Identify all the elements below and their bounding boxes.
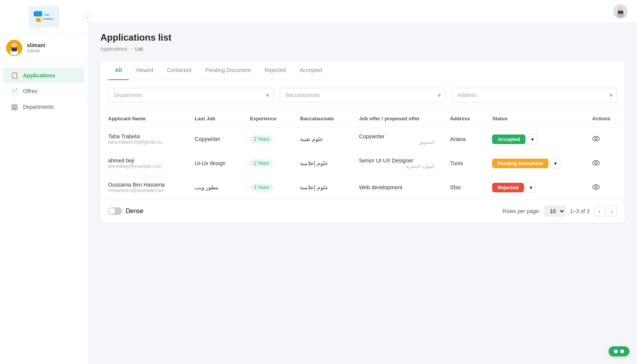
job-offer-sub-2: الموارد البشرية [359, 164, 435, 169]
applicant-name-2: ahmed beji [108, 157, 179, 164]
cell-lastjob-3: مطور ويب [187, 175, 242, 200]
svg-point-9 [12, 43, 16, 48]
pagination-info: 1–3 of 3 [570, 208, 589, 214]
applicant-email-3: mohamed.s@example.com [108, 188, 179, 193]
status-button-1[interactable]: Accepted [492, 134, 525, 144]
view-button-3[interactable] [592, 184, 600, 192]
tab-pending-document[interactable]: Pending Document [198, 61, 258, 80]
dense-toggle-switch[interactable] [108, 207, 122, 215]
status-button-2[interactable]: Pending Document [492, 159, 548, 168]
job-offer-main-1: Copywriter [359, 133, 435, 139]
cell-exp-2: 2 Years [242, 151, 292, 175]
avatar [6, 40, 22, 56]
tab-all[interactable]: All [108, 61, 129, 80]
status-dropdown-3[interactable]: ▾ [526, 182, 536, 193]
sidebar-item-departments[interactable]: 🏢 Departments [3, 99, 85, 114]
address-filter-wrap: Address [451, 88, 617, 102]
breadcrumb-separator: • [130, 46, 132, 52]
rows-per-page-label: Rows per page: [502, 208, 540, 214]
offres-icon: 📄 [11, 87, 18, 95]
svg-point-20 [595, 162, 597, 164]
user-info: slimani Admin [27, 42, 45, 54]
chat-bubble[interactable] [609, 346, 629, 356]
department-filter-wrap: Department [108, 88, 274, 102]
page-title: Applications list [100, 32, 625, 43]
applicant-name-1: Taha Trabelsi [108, 133, 179, 139]
tab-accepted[interactable]: Accepted [293, 61, 329, 80]
cell-joboffer-1: Copywriter التسويق [351, 127, 442, 151]
status-wrap-2: Pending Document ▾ [492, 158, 577, 169]
chat-dot-1 [614, 349, 618, 353]
svg-text:Taki: Taki [44, 13, 49, 16]
sidebar-toggle-button[interactable]: ‹ [84, 13, 92, 22]
rows-per-page-select[interactable]: 10 25 50 [545, 206, 565, 216]
cell-applicant-2: ahmed beji ahmedbeji@example.com [100, 151, 187, 175]
user-name: slimani [27, 42, 45, 48]
cell-bac-2: علوم إعلامية [292, 151, 351, 175]
address-filter[interactable]: Address [451, 88, 617, 102]
table-footer: Dense Rows per page: 10 25 50 1–3 of 3 ‹… [100, 199, 625, 223]
status-wrap-1: Accepted ▾ [492, 134, 577, 144]
table-header: Applicant Name Last Job Experience Bacca… [100, 110, 625, 127]
cell-status-3: Rejected ▾ [484, 175, 584, 200]
sidebar-item-departments-label: Departments [23, 104, 54, 110]
svg-rect-1 [34, 11, 42, 16]
status-button-3[interactable]: Rejected [492, 183, 524, 192]
tab-viewed[interactable]: Viewed [129, 61, 160, 80]
next-page-button[interactable]: › [606, 206, 617, 216]
bac-text-1: علوم تقنية [300, 136, 323, 142]
chat-dot-2 [620, 349, 624, 353]
status-dropdown-2[interactable]: ▾ [551, 158, 560, 169]
cell-joboffer-3: Web development [351, 175, 442, 200]
svg-point-21 [593, 185, 599, 189]
sidebar-item-offres[interactable]: 📄 Offres [3, 84, 85, 98]
sidebar-item-applications-label: Applications [23, 72, 55, 79]
topbar [88, 0, 637, 23]
table-row: Oussama Ben Hassena mohamed.s@example.co… [100, 175, 625, 200]
sidebar: Taki Academy slimani Admin 📋 Application… [0, 0, 88, 364]
filters-row: Department Baccalaureate Address [100, 80, 625, 110]
applicant-name-3: Oussama Ben Hassena [108, 182, 179, 188]
page-content: Applications list Applications • List Al… [88, 23, 637, 232]
cell-exp-3: 3 Years [242, 175, 292, 200]
breadcrumb-current: List [135, 46, 143, 52]
view-button-2[interactable] [592, 159, 600, 167]
status-dropdown-1[interactable]: ▾ [528, 134, 537, 144]
col-applicant-name: Applicant Name [100, 110, 187, 127]
cell-status-2: Pending Document ▾ [484, 151, 584, 175]
cell-actions-2 [584, 151, 625, 175]
prev-page-button[interactable]: ‹ [594, 206, 605, 216]
svg-rect-0 [31, 8, 57, 25]
exp-badge-3: 3 Years [250, 184, 273, 191]
cell-joboffer-2: Senior UI UX Designer الموارد البشرية [351, 151, 442, 175]
tab-rejected[interactable]: Rejected [258, 61, 292, 80]
dense-label: Dense [126, 208, 143, 215]
job-offer-sub-1: التسويق [359, 139, 435, 145]
svg-point-14 [619, 7, 622, 11]
svg-point-18 [595, 138, 597, 140]
svg-point-19 [593, 161, 599, 165]
sidebar-logo: Taki Academy [0, 0, 88, 34]
topbar-avatar[interactable] [613, 4, 628, 19]
tabs-bar: All Viewed Contacted Pending Document Re… [100, 61, 625, 80]
tab-contacted[interactable]: Contacted [160, 61, 199, 80]
baccalaureate-filter[interactable]: Baccalaureate [280, 88, 445, 102]
sidebar-user: slimani Admin [0, 34, 88, 62]
exp-badge-2: 2 Years [250, 159, 273, 167]
status-wrap-3: Rejected ▾ [492, 182, 577, 193]
cell-lastjob-1: Copywriter [187, 127, 242, 151]
cell-exp-1: 2 Years [242, 127, 292, 151]
col-address: Address [442, 110, 484, 127]
table-row: Taha Trabelsi taha.trabelsi.69@gmail.co.… [100, 127, 625, 151]
svg-text:Academy: Academy [43, 18, 53, 20]
view-button-1[interactable] [592, 135, 600, 143]
cell-status-1: Accepted ▾ [484, 127, 584, 151]
sidebar-item-applications[interactable]: 📋 Applications [3, 68, 85, 83]
svg-rect-2 [36, 18, 41, 22]
cell-address-3: Sfax [442, 175, 484, 200]
sidebar-item-offres-label: Offres [23, 88, 38, 94]
department-filter[interactable]: Department [108, 88, 274, 102]
col-last-job: Last Job [187, 110, 242, 127]
job-offer-main-3: Web development [359, 184, 435, 190]
cell-address-2: Tunis [442, 151, 484, 175]
